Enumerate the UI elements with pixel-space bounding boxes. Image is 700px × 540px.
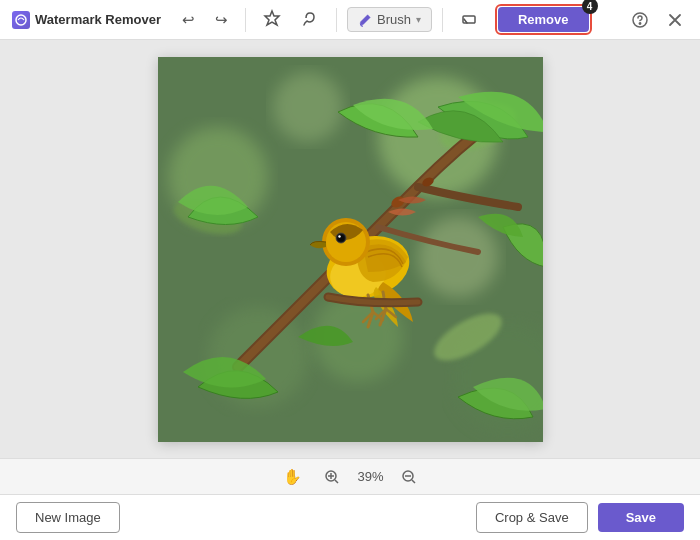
app-logo: Watermark Remover [12,11,161,29]
svg-point-0 [16,15,26,25]
app-logo-icon [12,11,30,29]
brush-button[interactable]: Brush ▾ [347,7,432,32]
svg-point-12 [273,72,343,142]
divider-3 [442,8,443,32]
close-button[interactable] [662,10,688,30]
save-button[interactable]: Save [598,503,684,532]
svg-point-4 [639,22,640,23]
brush-icon [358,13,372,27]
zoom-out-button[interactable] [396,467,422,487]
close-icon [667,12,683,28]
eraser-icon [460,9,478,30]
zoom-in-button[interactable] [319,467,345,487]
divider-1 [245,8,246,32]
lasso-tool-button[interactable] [294,4,326,35]
footer-right: Crop & Save Save [476,502,684,533]
app-title: Watermark Remover [35,12,161,27]
svg-point-8 [418,217,498,297]
zoom-bar: ✋ 39% [0,458,700,494]
help-icon [631,11,649,29]
bird-image[interactable] [158,57,543,442]
zoom-in-icon [324,469,340,485]
bird-illustration [158,57,543,442]
brush-chevron-icon: ▾ [416,14,421,25]
remove-badge: 4 [582,0,598,14]
hand-tool-button[interactable]: ✋ [278,466,307,488]
image-container [158,57,543,442]
undo-button[interactable]: ↩ [175,6,202,34]
canvas-area [0,40,700,458]
new-image-button[interactable]: New Image [16,502,120,533]
hand-icon: ✋ [283,468,302,486]
zoom-level: 39% [357,469,383,484]
remove-button-wrapper: Remove 4 [495,4,592,35]
redo-icon: ↪ [215,11,228,29]
svg-line-27 [335,480,338,483]
remove-button[interactable]: Remove [498,7,589,32]
svg-point-24 [338,235,340,237]
svg-point-23 [337,234,344,241]
svg-line-31 [412,480,415,483]
star-tool-button[interactable] [256,4,288,35]
svg-marker-1 [265,11,279,25]
redo-button[interactable]: ↪ [208,6,235,34]
divider-2 [336,8,337,32]
toolbar-right [626,9,688,31]
undo-icon: ↩ [182,11,195,29]
crop-save-button[interactable]: Crop & Save [476,502,588,533]
eraser-tool-button[interactable] [453,4,485,35]
zoom-out-icon [401,469,417,485]
toolbar: Watermark Remover ↩ ↪ Brush [0,0,700,40]
star-icon [263,9,281,30]
lasso-icon [301,9,319,30]
brush-label: Brush [377,12,411,27]
footer: New Image Crop & Save Save [0,494,700,540]
help-button[interactable] [626,9,654,31]
